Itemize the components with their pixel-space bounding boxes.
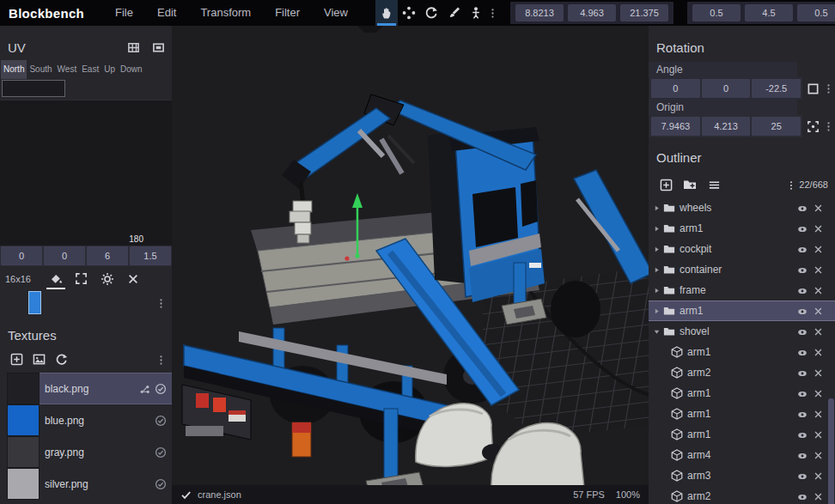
add-group-icon[interactable] bbox=[678, 175, 702, 194]
visibility-eye-icon[interactable] bbox=[796, 325, 808, 337]
delete-x-icon[interactable] bbox=[814, 243, 823, 255]
rotate-tool[interactable] bbox=[420, 0, 442, 26]
angle-field[interactable]: 0 bbox=[702, 79, 751, 98]
delete-x-icon[interactable] bbox=[814, 387, 823, 399]
scale-field[interactable]: 4.5 bbox=[745, 4, 793, 21]
pan-tool[interactable] bbox=[375, 0, 398, 26]
visibility-eye-icon[interactable] bbox=[796, 387, 808, 399]
uv-close-icon[interactable] bbox=[120, 269, 146, 289]
delete-x-icon[interactable] bbox=[814, 264, 823, 276]
uv-tab-west[interactable]: West bbox=[55, 60, 80, 79]
visibility-eye-icon[interactable] bbox=[796, 243, 808, 255]
uv-transform-field[interactable]: 0 bbox=[44, 246, 85, 265]
uv-tab-south[interactable]: South bbox=[27, 60, 54, 79]
outliner-cube-arm2[interactable]: arm2 bbox=[649, 486, 835, 504]
uv-overflow-icon[interactable] bbox=[155, 295, 167, 311]
visibility-eye-icon[interactable] bbox=[796, 408, 808, 420]
visibility-eye-icon[interactable] bbox=[796, 346, 808, 358]
visibility-eye-icon[interactable] bbox=[796, 305, 808, 317]
expand-caret-icon[interactable] bbox=[653, 202, 661, 214]
texture-thumbnail[interactable] bbox=[7, 373, 40, 404]
angle-field[interactable]: -22.5 bbox=[752, 79, 801, 98]
expand-caret-icon[interactable] bbox=[653, 305, 661, 317]
delete-x-icon[interactable] bbox=[814, 367, 823, 379]
expand-caret-icon[interactable] bbox=[653, 325, 661, 337]
outliner-cube-arm2[interactable]: arm2 bbox=[649, 362, 835, 383]
viewport-3d[interactable]: crane.json 57 FPS 100% bbox=[172, 26, 649, 504]
outliner-cube-arm1[interactable]: arm1 bbox=[649, 342, 835, 362]
outliner-cube-arm4[interactable]: arm4 bbox=[649, 445, 835, 465]
add-texture-icon[interactable] bbox=[5, 350, 27, 369]
texture-row-blue-png[interactable]: blue.png bbox=[0, 404, 172, 436]
delete-x-icon[interactable] bbox=[814, 305, 823, 317]
scale-field[interactable]: 0.5 bbox=[692, 4, 741, 21]
uv-settings-gear-icon[interactable] bbox=[94, 269, 120, 289]
active-color-swatch[interactable] bbox=[28, 291, 41, 314]
texture-thumbnail[interactable] bbox=[7, 468, 40, 500]
angle-field[interactable]: 0 bbox=[651, 79, 700, 98]
texture-enabled-icon[interactable] bbox=[155, 413, 167, 428]
origin-field[interactable]: 4.213 bbox=[702, 117, 751, 136]
visibility-eye-icon[interactable] bbox=[796, 264, 808, 276]
outliner-overflow-icon[interactable] bbox=[786, 179, 796, 190]
visibility-eye-icon[interactable] bbox=[796, 222, 808, 234]
scale-field[interactable]: 0.5 bbox=[797, 4, 835, 21]
delete-x-icon[interactable] bbox=[814, 284, 823, 296]
texture-thumbnail[interactable] bbox=[7, 404, 40, 436]
delete-x-icon[interactable] bbox=[814, 222, 823, 234]
import-texture-icon[interactable] bbox=[27, 350, 50, 369]
origin-field[interactable]: 25 bbox=[752, 117, 801, 136]
delete-x-icon[interactable] bbox=[814, 202, 823, 214]
toolbar-overflow-icon[interactable] bbox=[487, 5, 498, 21]
uv-tab-east[interactable]: East bbox=[79, 60, 101, 79]
paint-tool[interactable] bbox=[442, 0, 465, 26]
texture-thumbnail[interactable] bbox=[7, 436, 40, 468]
visibility-eye-icon[interactable] bbox=[796, 202, 808, 214]
move-tool[interactable] bbox=[398, 0, 420, 26]
uv-transform-field[interactable]: 1.5 bbox=[130, 246, 171, 265]
delete-x-icon[interactable] bbox=[814, 428, 823, 440]
visibility-eye-icon[interactable] bbox=[796, 470, 808, 482]
outliner-group-cockpit[interactable]: cockpit bbox=[649, 239, 835, 259]
menu-item-file[interactable]: File bbox=[103, 0, 145, 26]
visibility-eye-icon[interactable] bbox=[796, 284, 808, 296]
uv-editor-canvas[interactable]: 180 bbox=[0, 100, 172, 246]
uv-frame-toggle-icon[interactable] bbox=[152, 39, 165, 55]
delete-x-icon[interactable] bbox=[814, 346, 823, 358]
textures-overflow-icon[interactable] bbox=[155, 352, 167, 367]
outliner-group-shovel[interactable]: shovel bbox=[649, 321, 835, 342]
add-cube-icon[interactable] bbox=[654, 175, 678, 194]
outliner-cube-arm1[interactable]: arm1 bbox=[649, 424, 835, 445]
expand-caret-icon[interactable] bbox=[653, 284, 661, 296]
visibility-eye-icon[interactable] bbox=[796, 428, 808, 440]
texture-enabled-icon[interactable] bbox=[155, 381, 167, 397]
visibility-eye-icon[interactable] bbox=[796, 490, 808, 502]
position-field[interactable]: 4.963 bbox=[568, 4, 616, 21]
outliner-cube-arm1[interactable]: arm1 bbox=[649, 404, 835, 424]
keyframe-square-icon[interactable] bbox=[802, 79, 823, 98]
paint-bucket-icon[interactable] bbox=[43, 269, 69, 289]
texture-row-black-png[interactable]: black.png bbox=[0, 373, 172, 404]
delete-x-icon[interactable] bbox=[814, 325, 823, 337]
uv-transform-field[interactable]: 0 bbox=[1, 246, 42, 265]
delete-x-icon[interactable] bbox=[814, 470, 823, 482]
visibility-eye-icon[interactable] bbox=[796, 367, 808, 379]
outliner-group-arm1[interactable]: arm1 bbox=[649, 218, 835, 239]
outliner-group-wheels[interactable]: wheels bbox=[649, 197, 835, 218]
origin-overflow-icon[interactable] bbox=[823, 118, 832, 134]
reload-textures-icon[interactable] bbox=[50, 350, 72, 369]
outliner-group-frame[interactable]: frame bbox=[649, 280, 835, 301]
uv-grid-toggle-icon[interactable] bbox=[127, 39, 140, 55]
toggle-list-icon[interactable] bbox=[702, 175, 726, 194]
position-field[interactable]: 8.8213 bbox=[515, 4, 564, 21]
texture-row-silver-png[interactable]: silver.png bbox=[0, 468, 172, 500]
expand-caret-icon[interactable] bbox=[653, 264, 661, 276]
outliner-group-arm1[interactable]: arm1 bbox=[649, 301, 835, 321]
origin-target-icon[interactable] bbox=[802, 117, 823, 136]
texture-enabled-icon[interactable] bbox=[155, 477, 167, 492]
armature-tool[interactable] bbox=[465, 0, 487, 26]
outliner-group-container[interactable]: container bbox=[649, 259, 835, 280]
visibility-eye-icon[interactable] bbox=[796, 449, 808, 461]
delete-x-icon[interactable] bbox=[814, 408, 823, 420]
uv-tab-down[interactable]: Down bbox=[118, 60, 145, 79]
